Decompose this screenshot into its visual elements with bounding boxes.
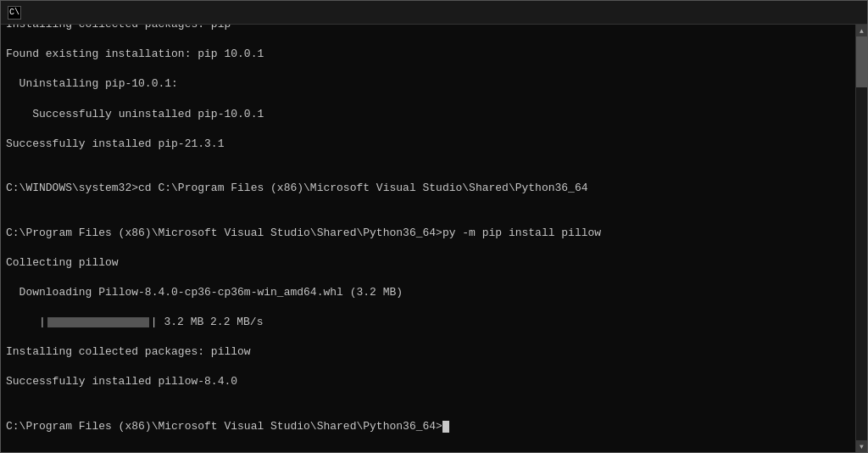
terminal-line: Uninstalling pip-10.0.1: xyxy=(6,76,850,92)
scroll-track xyxy=(856,36,868,440)
terminal-line: Successfully uninstalled pip-10.0.1 xyxy=(6,107,850,122)
terminal-line: Found existing installation: pip 10.0.1 xyxy=(6,47,850,62)
scroll-down-button[interactable]: ▼ xyxy=(856,440,868,452)
scroll-up-button[interactable]: ▲ xyxy=(856,25,868,36)
terminal-line: Downloading Pillow-8.4.0-cp36-cp36m-win_… xyxy=(6,285,850,300)
terminal-line: C:\Program Files (x86)\Microsoft Visual … xyxy=(6,226,850,241)
terminal-line: C:\Program Files (x86)\Microsoft Visual … xyxy=(6,419,850,434)
terminal-line: || 3.2 MB 2.2 MB/s xyxy=(6,315,850,330)
title-bar: C\ xyxy=(1,1,867,25)
scrollbar[interactable]: ▲ ▼ xyxy=(855,25,867,452)
content-area: Microsoft Windows [Version 10.0.19044.21… xyxy=(1,25,867,452)
terminal-line: Collecting pillow xyxy=(6,255,850,271)
terminal-line: Installing collected packages: pillow xyxy=(6,344,850,360)
maximize-button[interactable] xyxy=(793,1,826,25)
terminal-output[interactable]: Microsoft Windows [Version 10.0.19044.21… xyxy=(1,25,855,452)
terminal-line: Installing collected packages: pip xyxy=(6,25,850,32)
cmd-icon: C\ xyxy=(8,6,21,20)
cursor xyxy=(442,421,449,433)
close-button[interactable] xyxy=(826,1,860,25)
scroll-thumb[interactable] xyxy=(856,36,868,87)
terminal-line: Successfully installed pillow-8.4.0 xyxy=(6,374,850,389)
cmd-window: C\ Microsoft Windows [Version 10.0.19044… xyxy=(0,0,868,453)
minimize-button[interactable] xyxy=(759,1,793,25)
window-controls xyxy=(759,1,860,25)
terminal-line: Successfully installed pip-21.3.1 xyxy=(6,137,850,152)
terminal-line: C:\WINDOWS\system32>cd C:\Program Files … xyxy=(6,181,850,196)
title-bar-left: C\ xyxy=(8,6,26,20)
